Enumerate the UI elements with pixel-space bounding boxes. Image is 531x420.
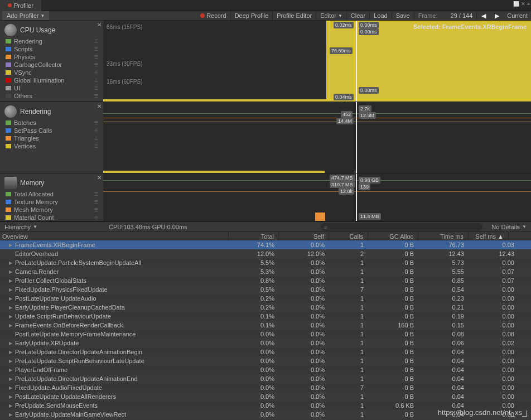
legend-swatch [6, 62, 11, 67]
close-icon[interactable]: ✕ [97, 103, 102, 109]
legend-item[interactable]: Mesh Memory☰ [0, 206, 103, 214]
deep-profile-button[interactable]: Deep Profile [231, 11, 273, 20]
expand-icon[interactable]: ▶ [9, 350, 13, 355]
col-calls[interactable]: Calls [329, 232, 368, 240]
window-menu-icon[interactable]: ≡ [527, 1, 530, 7]
expand-icon[interactable]: ▶ [9, 385, 13, 390]
expand-icon[interactable]: ▶ [9, 305, 13, 310]
cpu-chart[interactable]: 66ms (15FPS) 33ms (30FPS) 16ms (60FPS) 0… [103, 21, 531, 102]
table-row[interactable]: ▶PreLateUpdate.DirectorUpdateAnimationBe… [0, 347, 531, 356]
expand-icon[interactable]: ▶ [9, 359, 13, 364]
sort-arrow-icon: ▲ [498, 233, 504, 240]
load-button[interactable]: Load [370, 11, 392, 20]
legend-swatch [6, 200, 11, 204]
playhead[interactable] [356, 173, 357, 221]
col-time-ms[interactable]: Time ms [418, 232, 469, 240]
legend-item[interactable]: Scripts☰ [0, 45, 103, 53]
table-row[interactable]: ▶FrameEvents.OnBeforeRenderCallback 0.1%… [0, 321, 531, 330]
legend-item[interactable]: Triangles☰ [0, 134, 103, 142]
legend-swatch [6, 120, 11, 125]
expand-icon[interactable]: ▶ [9, 278, 13, 283]
legend-item[interactable]: GarbageCollector☰ [0, 61, 103, 69]
prev-frame-button[interactable]: ◀ [477, 11, 490, 21]
playhead[interactable] [356, 21, 357, 102]
save-button[interactable]: Save [392, 11, 414, 20]
drag-icon: ☰ [94, 47, 98, 52]
col-overview[interactable]: Overview [0, 232, 229, 240]
legend-item[interactable]: Batches☰ [0, 119, 103, 127]
expand-icon[interactable]: ▶ [9, 368, 13, 373]
legend-item[interactable]: Material Count☰ [0, 214, 103, 221]
legend-item[interactable]: VSync☰ [0, 69, 103, 76]
legend-item[interactable]: Vertices☰ [0, 142, 103, 150]
legend-item[interactable]: Physics☰ [0, 53, 103, 61]
chevron-down-icon: ▼ [40, 13, 45, 18]
table-row[interactable]: ▶FrameEvents.XRBeginFrame 74.1% 0.0% 1 0… [0, 240, 531, 249]
search-icon: ⌕ [324, 224, 327, 230]
table-row[interactable]: ▶PostLateUpdate.UpdateAudio 0.2% 0.0% 1 … [0, 294, 531, 303]
col-total[interactable]: Total [229, 232, 279, 240]
details-dropdown[interactable]: No Details ▼ [487, 223, 531, 231]
memory-chart[interactable]: 474.7 MB 310.7 MB 12.0k 0.98 GB 139 11.4… [103, 173, 531, 221]
table-row[interactable]: ▶EarlyUpdate.XRUpdate 0.0% 0.0% 1 0 B 0.… [0, 339, 531, 347]
playhead[interactable] [356, 102, 357, 173]
legend-item[interactable]: Others☰ [0, 92, 103, 100]
editor-dropdown[interactable]: Editor ▼ [316, 11, 347, 20]
tab-profiler[interactable]: Profiler [0, 0, 42, 11]
expand-icon[interactable]: ▶ [9, 403, 13, 408]
expand-icon[interactable]: ▶ [9, 323, 13, 328]
table-body: ▶FrameEvents.XRBeginFrame 74.1% 0.0% 1 0… [0, 240, 531, 419]
legend-item[interactable]: Texture Memory☰ [0, 198, 103, 206]
clear-button[interactable]: Clear [347, 11, 370, 20]
rendering-panel-sidebar: ✕ Rendering Batches☰SetPass Calls☰Triang… [0, 102, 103, 173]
legend-item[interactable]: UI☰ [0, 84, 103, 92]
window-close-icon[interactable]: ✕ [521, 1, 525, 7]
close-icon[interactable]: ✕ [97, 175, 102, 181]
close-icon[interactable]: ✕ [97, 22, 102, 28]
table-row[interactable]: ▶FixedUpdate.AudioFixedUpdate 0.0% 0.0% … [0, 383, 531, 392]
expand-icon[interactable]: ▶ [9, 260, 13, 265]
add-profiler-dropdown[interactable]: Add Profiler ▼ [2, 11, 49, 20]
table-row[interactable]: ▶PreLateUpdate.ParticleSystemBeginUpdate… [0, 258, 531, 267]
col-gc-alloc[interactable]: GC Alloc [368, 232, 418, 240]
current-button[interactable]: Current [504, 11, 531, 20]
expand-icon[interactable]: ▶ [9, 394, 13, 399]
window-maximize-icon[interactable]: ⬜ [513, 1, 519, 7]
table-row[interactable]: ▶Camera.Render 5.3% 0.0% 1 0 B 5.55 0.07 [0, 267, 531, 276]
table-row[interactable]: ▶Profiler.CollectGlobalStats 0.8% 0.0% 1… [0, 276, 531, 285]
legend-item[interactable]: SetPass Calls☰ [0, 127, 103, 134]
drag-icon: ☰ [94, 144, 98, 149]
drag-icon: ☰ [94, 207, 98, 213]
legend-item[interactable]: Rendering☰ [0, 37, 103, 45]
legend-item[interactable]: Total Allocated☰ [0, 190, 103, 198]
table-row[interactable]: ▶PlayerEndOfFrame 0.0% 0.0% 1 0 B 0.04 0… [0, 365, 531, 374]
expand-icon[interactable]: ▶ [9, 296, 13, 301]
col-self-ms[interactable]: Self ms ▲ [469, 232, 509, 240]
expand-icon[interactable]: ▶ [9, 287, 13, 292]
table-row[interactable]: ▶Update.ScriptRunBehaviourUpdate 0.1% 0.… [0, 312, 531, 321]
legend-item[interactable]: Global Illumination☰ [0, 76, 103, 84]
hierarchy-mode-dropdown[interactable]: Hierarchy ▼ [0, 223, 42, 231]
table-row[interactable]: ▶EarlyUpdate.PlayerCleanupCachedData 0.2… [0, 303, 531, 312]
rendering-chart[interactable]: 452 14.4M 2.7k 12.5M [103, 102, 531, 173]
cpu-icon [4, 24, 17, 36]
expand-icon[interactable]: ▶ [9, 376, 13, 382]
profile-editor-button[interactable]: Profile Editor [273, 11, 316, 20]
toolbar: Add Profiler ▼ Record Deep Profile Profi… [0, 11, 531, 21]
expand-icon[interactable]: ▶ [9, 269, 13, 274]
drag-icon: ☰ [94, 70, 98, 75]
expand-icon[interactable]: ▶ [9, 412, 13, 417]
table-row[interactable]: PostLateUpdate.MemoryFrameMaintenance 0.… [0, 330, 531, 339]
table-row[interactable]: ▶PreLateUpdate.ScriptRunBehaviourLateUpd… [0, 356, 531, 365]
expand-icon[interactable]: ▶ [9, 243, 13, 248]
table-row[interactable]: ▶PreLateUpdate.DirectorUpdateAnimationEn… [0, 374, 531, 383]
next-frame-button[interactable]: ▶ [490, 11, 504, 21]
record-button[interactable]: Record [196, 11, 230, 20]
table-row[interactable]: ▶FixedUpdate.PhysicsFixedUpdate 0.5% 0.0… [0, 285, 531, 294]
expand-icon[interactable]: ▶ [9, 341, 13, 346]
table-row[interactable]: ▶PostLateUpdate.UpdateAllRenderers 0.0% … [0, 392, 531, 401]
table-row[interactable]: EditorOverhead 12.0% 12.0% 2 0 B 12.43 1… [0, 249, 531, 258]
search-input[interactable]: ⌕ [321, 223, 482, 231]
col-self[interactable]: Self [279, 232, 329, 240]
expand-icon[interactable]: ▶ [9, 314, 13, 319]
